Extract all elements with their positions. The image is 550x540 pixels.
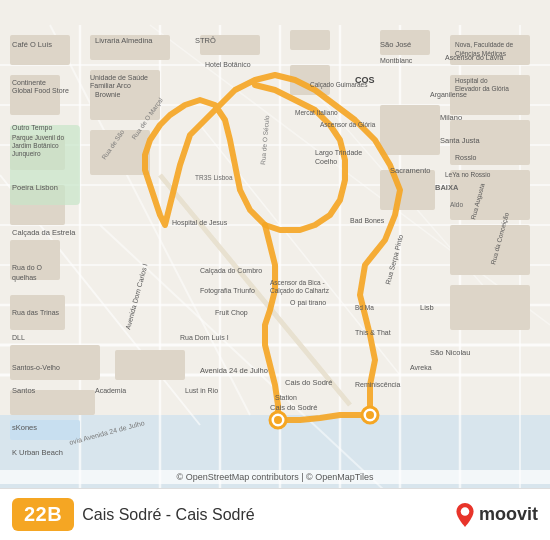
svg-text:Rosslo: Rosslo bbox=[455, 154, 477, 161]
svg-text:LeYa no Rossio: LeYa no Rossio bbox=[445, 171, 491, 178]
svg-text:Calçada da Estrela: Calçada da Estrela bbox=[12, 228, 76, 237]
route-number-box: 22B bbox=[12, 498, 74, 531]
svg-text:Lust in Rio: Lust in Rio bbox=[185, 387, 218, 394]
svg-text:Station: Station bbox=[275, 394, 297, 401]
map-svg: Café O Luís Livraria Almedina STRÔ São J… bbox=[0, 0, 550, 540]
svg-text:Outro Tempo: Outro Tempo bbox=[12, 124, 52, 132]
svg-text:O pai tirano: O pai tirano bbox=[290, 299, 326, 307]
svg-rect-47 bbox=[115, 350, 185, 380]
svg-text:Mercat Italiano: Mercat Italiano bbox=[295, 109, 338, 116]
svg-text:Milano: Milano bbox=[440, 113, 462, 122]
svg-text:Brownie: Brownie bbox=[95, 91, 120, 98]
svg-text:Rua Dom Luís I: Rua Dom Luís I bbox=[180, 334, 229, 341]
svg-text:Montblanc: Montblanc bbox=[380, 57, 413, 64]
svg-rect-28 bbox=[290, 30, 330, 50]
svg-rect-45 bbox=[450, 285, 530, 330]
svg-text:DLL: DLL bbox=[12, 334, 25, 341]
svg-text:Rua de O Século: Rua de O Século bbox=[259, 115, 270, 165]
svg-text:Reminiscência: Reminiscência bbox=[355, 381, 401, 388]
svg-text:Cais do Sodré: Cais do Sodré bbox=[270, 403, 318, 412]
svg-text:Santos-o-Velho: Santos-o-Velho bbox=[12, 364, 60, 371]
svg-text:Lisb: Lisb bbox=[420, 303, 434, 312]
svg-text:Academia: Academia bbox=[95, 387, 126, 394]
svg-text:São Nicolau: São Nicolau bbox=[430, 348, 470, 357]
svg-text:Ciências Médicas: Ciências Médicas bbox=[455, 50, 507, 57]
svg-text:Coelho: Coelho bbox=[315, 158, 337, 165]
svg-text:Parque Juvenil do: Parque Juvenil do bbox=[12, 134, 64, 142]
svg-text:Hospital do: Hospital do bbox=[455, 77, 488, 85]
svg-text:Rua das Trinas: Rua das Trinas bbox=[12, 309, 60, 316]
svg-text:Aldo: Aldo bbox=[450, 201, 463, 208]
svg-text:Poeira Lisbon: Poeira Lisbon bbox=[12, 183, 58, 192]
svg-text:Jardim Botânico: Jardim Botânico bbox=[12, 142, 59, 149]
moovit-logo: moovit bbox=[455, 503, 538, 527]
svg-text:Bd Ma: Bd Ma bbox=[355, 304, 374, 311]
moovit-text: moovit bbox=[479, 504, 538, 525]
svg-text:Livraria Almedina: Livraria Almedina bbox=[95, 36, 153, 45]
svg-text:Cais do Sodré: Cais do Sodré bbox=[285, 378, 333, 387]
svg-text:Rua do O: Rua do O bbox=[12, 264, 43, 271]
route-badge: 22B Cais Sodré - Cais Sodré bbox=[12, 498, 255, 531]
svg-text:Café O Luís: Café O Luís bbox=[12, 40, 52, 49]
svg-text:Global Food Store: Global Food Store bbox=[12, 87, 69, 94]
svg-text:Calçado Guimarães: Calçado Guimarães bbox=[310, 81, 368, 89]
svg-text:Avreka: Avreka bbox=[410, 364, 432, 371]
svg-text:Nova, Faculdade de: Nova, Faculdade de bbox=[455, 41, 514, 48]
svg-text:Unidade de Saúde: Unidade de Saúde bbox=[90, 74, 148, 81]
moovit-pin-icon bbox=[455, 503, 475, 527]
svg-rect-46 bbox=[10, 345, 100, 380]
svg-text:This & That: This & That bbox=[355, 329, 391, 336]
svg-text:Santos: Santos bbox=[12, 386, 36, 395]
svg-rect-43 bbox=[450, 225, 530, 275]
svg-text:Avenida Dom Carlos I: Avenida Dom Carlos I bbox=[124, 263, 148, 331]
svg-text:quelhas: quelhas bbox=[12, 274, 37, 282]
svg-text:Arganilense: Arganilense bbox=[430, 91, 467, 99]
svg-point-52 bbox=[274, 416, 282, 424]
route-number: 22B bbox=[24, 503, 62, 526]
svg-point-129 bbox=[461, 507, 470, 516]
svg-text:K Urban Beach: K Urban Beach bbox=[12, 448, 63, 457]
map-container: Café O Luís Livraria Almedina STRÔ São J… bbox=[0, 0, 550, 540]
svg-text:Continente: Continente bbox=[12, 79, 46, 86]
svg-text:Fotografia Triunfo: Fotografia Triunfo bbox=[200, 287, 255, 295]
svg-text:Familiar Arco: Familiar Arco bbox=[90, 82, 131, 89]
route-name: Cais Sodré - Cais Sodré bbox=[82, 506, 255, 524]
svg-text:Largo Trindade: Largo Trindade bbox=[315, 149, 362, 157]
svg-rect-37 bbox=[380, 105, 440, 155]
svg-text:STRÔ: STRÔ bbox=[195, 36, 216, 45]
copyright-text: © OpenStreetMap contributors | © OpenMap… bbox=[0, 470, 550, 484]
svg-text:Calçada do Combro: Calçada do Combro bbox=[200, 267, 262, 275]
svg-rect-40 bbox=[380, 170, 435, 210]
svg-text:Junqueiro: Junqueiro bbox=[12, 150, 41, 158]
svg-text:Sacramento: Sacramento bbox=[390, 166, 430, 175]
svg-text:Santa Justa: Santa Justa bbox=[440, 136, 480, 145]
svg-text:Hotel Botânico: Hotel Botânico bbox=[205, 61, 251, 68]
svg-text:sKones: sKones bbox=[12, 423, 37, 432]
svg-text:Ascensor da Glória: Ascensor da Glória bbox=[320, 121, 376, 128]
svg-text:TR3S Lisboa: TR3S Lisboa bbox=[195, 174, 233, 181]
svg-text:Ascensor da Bica -: Ascensor da Bica - bbox=[270, 279, 325, 286]
svg-text:Bad Bones: Bad Bones bbox=[350, 217, 385, 224]
svg-text:Avenida 24 de Julho: Avenida 24 de Julho bbox=[200, 366, 268, 375]
svg-text:Hospital de Jesus: Hospital de Jesus bbox=[172, 219, 228, 227]
svg-text:Fruit Chop: Fruit Chop bbox=[215, 309, 248, 317]
svg-text:São José: São José bbox=[380, 40, 411, 49]
svg-text:BAIXA: BAIXA bbox=[435, 183, 459, 192]
svg-text:Calçado do Calhartz: Calçado do Calhartz bbox=[270, 287, 330, 295]
svg-point-54 bbox=[366, 411, 374, 419]
bottom-bar: 22B Cais Sodré - Cais Sodré moovit bbox=[0, 488, 550, 540]
